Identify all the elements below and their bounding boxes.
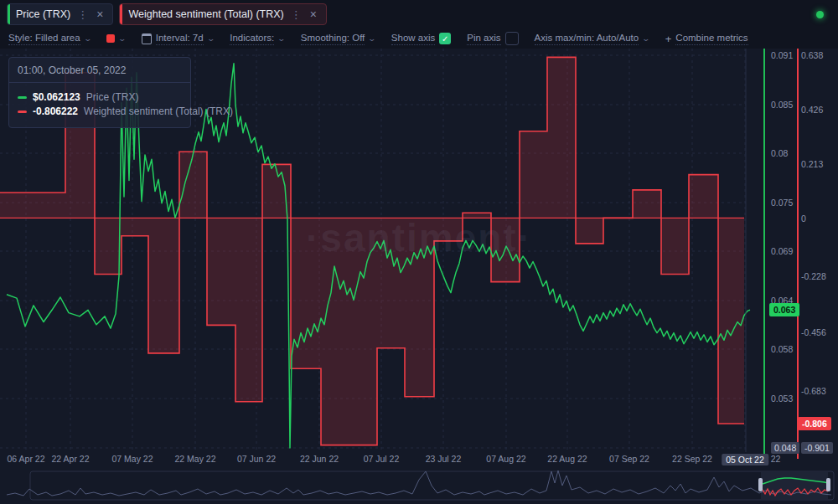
pin-axis-label: Pin axis bbox=[467, 33, 500, 45]
show-axis-label: Show axis bbox=[391, 33, 435, 45]
scrubber-handle-right[interactable] bbox=[826, 478, 830, 491]
color-swatch[interactable] bbox=[106, 34, 115, 43]
tab-weighted-sentiment[interactable]: Weighted sentiment (Total) (TRX) ⋮ × bbox=[119, 3, 326, 25]
smoothing-label: Smoothing: Off bbox=[301, 33, 365, 45]
santiment-chart-app: ·santiment· 0.0910.0850.080.0750.0690.06… bbox=[0, 0, 838, 504]
indicators-label: Indicators: bbox=[230, 33, 274, 45]
combine-metrics-button[interactable]: + Combine metrics bbox=[665, 33, 748, 45]
chevron-down-icon: ⌄ bbox=[368, 34, 377, 43]
kebab-menu-icon[interactable]: ⋮ bbox=[76, 8, 89, 21]
close-icon[interactable]: × bbox=[308, 8, 318, 20]
tab-price-trx[interactable]: Price (TRX) ⋮ × bbox=[7, 3, 113, 25]
timeline-scrubber[interactable] bbox=[0, 0, 838, 504]
pin-axis-toggle[interactable]: Pin axis bbox=[467, 32, 518, 45]
scrubber-sparkline bbox=[7, 471, 831, 496]
status-dot bbox=[816, 11, 824, 18]
kebab-menu-icon[interactable]: ⋮ bbox=[290, 8, 303, 21]
tab-label: Price (TRX) bbox=[16, 8, 70, 20]
axis-maxmin-label: Axis max/min: Auto/Auto bbox=[535, 33, 639, 45]
smoothing-dropdown[interactable]: Smoothing: Off ⌄ bbox=[301, 33, 375, 45]
style-dropdown[interactable]: Style: Filled area ⌄ bbox=[8, 33, 91, 45]
price-color-bar bbox=[8, 4, 10, 24]
axis-maxmin-dropdown[interactable]: Axis max/min: Auto/Auto ⌄ bbox=[535, 33, 649, 45]
indicators-dropdown[interactable]: Indicators: ⌄ bbox=[230, 33, 285, 45]
calendar-icon bbox=[142, 33, 152, 44]
chevron-down-icon: ⌄ bbox=[277, 34, 287, 43]
checkbox-unchecked-icon[interactable] bbox=[505, 32, 519, 45]
style-label: Style: Filled area bbox=[8, 33, 80, 45]
chevron-down-icon: ⌄ bbox=[83, 34, 92, 43]
combine-metrics-label: Combine metrics bbox=[675, 33, 747, 45]
color-swatch-dropdown[interactable]: ⌄ bbox=[106, 34, 126, 43]
chevron-down-icon: ⌄ bbox=[206, 34, 215, 43]
chevron-down-icon: ⌄ bbox=[118, 34, 127, 43]
interval-label: Interval: 7d bbox=[156, 33, 204, 45]
top-bars: Price (TRX) ⋮ × Weighted sentiment (Tota… bbox=[0, 0, 838, 49]
scrubber-selection[interactable] bbox=[761, 472, 828, 499]
checkbox-checked-icon[interactable]: ✓ bbox=[439, 33, 451, 44]
interval-dropdown[interactable]: Interval: 7d ⌄ bbox=[142, 33, 214, 45]
plus-icon: + bbox=[665, 33, 672, 45]
show-axis-toggle[interactable]: Show axis ✓ bbox=[391, 33, 451, 45]
scrubber-handle-left[interactable] bbox=[758, 478, 763, 491]
chart-toolbar: Style: Filled area ⌄ ⌄ Interval: 7d ⌄ In… bbox=[0, 28, 838, 49]
chevron-down-icon: ⌄ bbox=[642, 34, 651, 43]
tab-label: Weighted sentiment (Total) (TRX) bbox=[128, 8, 283, 20]
metric-tab-bar: Price (TRX) ⋮ × Weighted sentiment (Tota… bbox=[0, 0, 838, 28]
sentiment-color-bar bbox=[120, 4, 122, 24]
close-icon[interactable]: × bbox=[95, 8, 105, 20]
